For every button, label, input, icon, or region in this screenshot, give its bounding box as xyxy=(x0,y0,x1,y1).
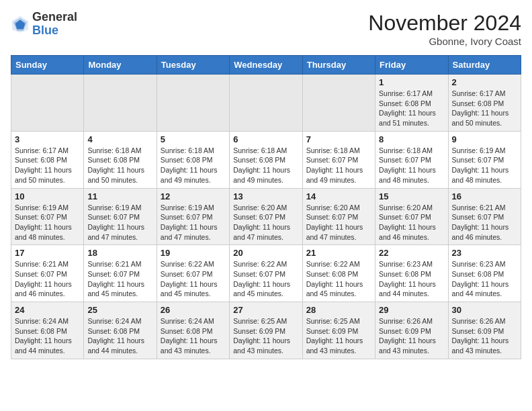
logo-icon xyxy=(11,15,30,34)
day-number: 13 xyxy=(233,191,298,201)
day-number: 17 xyxy=(15,248,80,258)
calendar-cell: 18Sunrise: 6:21 AMSunset: 6:07 PMDayligh… xyxy=(84,245,157,302)
day-info: Sunrise: 6:20 AMSunset: 6:07 PMDaylight:… xyxy=(306,203,371,242)
day-number: 30 xyxy=(452,305,517,315)
calendar-table: SundayMondayTuesdayWednesdayThursdayFrid… xyxy=(11,55,521,359)
day-info: Sunrise: 6:20 AMSunset: 6:07 PMDaylight:… xyxy=(379,203,444,242)
day-info: Sunrise: 6:18 AMSunset: 6:08 PMDaylight:… xyxy=(233,146,298,185)
day-number: 5 xyxy=(161,134,226,144)
day-number: 9 xyxy=(452,134,517,144)
day-number: 15 xyxy=(379,191,444,201)
calendar-cell: 19Sunrise: 6:22 AMSunset: 6:07 PMDayligh… xyxy=(157,245,229,302)
calendar-cell: 20Sunrise: 6:22 AMSunset: 6:07 PMDayligh… xyxy=(230,245,302,302)
calendar-cell xyxy=(11,75,84,132)
day-number: 21 xyxy=(306,248,371,258)
calendar-cell: 29Sunrise: 6:26 AMSunset: 6:09 PMDayligh… xyxy=(375,302,448,359)
calendar-cell: 12Sunrise: 6:19 AMSunset: 6:07 PMDayligh… xyxy=(157,188,229,245)
day-number: 10 xyxy=(15,191,80,201)
weekday-header-wednesday: Wednesday xyxy=(230,56,302,75)
day-number: 26 xyxy=(161,305,226,315)
calendar-cell: 16Sunrise: 6:21 AMSunset: 6:07 PMDayligh… xyxy=(448,188,521,245)
day-number: 27 xyxy=(233,305,298,315)
weekday-header-monday: Monday xyxy=(84,56,157,75)
calendar-cell: 7Sunrise: 6:18 AMSunset: 6:07 PMDaylight… xyxy=(302,131,375,188)
day-info: Sunrise: 6:21 AMSunset: 6:07 PMDaylight:… xyxy=(87,259,152,299)
calendar-cell: 21Sunrise: 6:22 AMSunset: 6:08 PMDayligh… xyxy=(302,245,375,302)
calendar-cell: 1Sunrise: 6:17 AMSunset: 6:08 PMDaylight… xyxy=(375,75,448,132)
calendar-cell: 11Sunrise: 6:19 AMSunset: 6:07 PMDayligh… xyxy=(84,188,157,245)
day-number: 4 xyxy=(87,134,152,144)
month-year-title: November 2024 xyxy=(368,11,521,36)
calendar-cell: 26Sunrise: 6:24 AMSunset: 6:08 PMDayligh… xyxy=(157,302,229,359)
day-info: Sunrise: 6:17 AMSunset: 6:08 PMDaylight:… xyxy=(452,89,517,128)
calendar-cell: 15Sunrise: 6:20 AMSunset: 6:07 PMDayligh… xyxy=(375,188,448,245)
day-number: 14 xyxy=(306,191,371,201)
day-number: 7 xyxy=(306,134,371,144)
day-info: Sunrise: 6:26 AMSunset: 6:09 PMDaylight:… xyxy=(452,316,517,356)
day-number: 23 xyxy=(452,248,517,258)
day-info: Sunrise: 6:17 AMSunset: 6:08 PMDaylight:… xyxy=(379,89,444,128)
day-number: 16 xyxy=(452,191,517,201)
day-info: Sunrise: 6:25 AMSunset: 6:09 PMDaylight:… xyxy=(306,316,371,356)
day-info: Sunrise: 6:23 AMSunset: 6:08 PMDaylight:… xyxy=(452,259,517,299)
day-info: Sunrise: 6:19 AMSunset: 6:07 PMDaylight:… xyxy=(161,203,226,242)
weekday-header-thursday: Thursday xyxy=(302,56,375,75)
day-info: Sunrise: 6:21 AMSunset: 6:07 PMDaylight:… xyxy=(15,259,80,299)
weekday-header-saturday: Saturday xyxy=(448,56,521,75)
weekday-header-friday: Friday xyxy=(375,56,448,75)
day-info: Sunrise: 6:21 AMSunset: 6:07 PMDaylight:… xyxy=(452,203,517,242)
day-number: 8 xyxy=(379,134,444,144)
calendar-cell xyxy=(302,75,375,132)
day-info: Sunrise: 6:26 AMSunset: 6:09 PMDaylight:… xyxy=(379,316,444,356)
day-number: 19 xyxy=(161,248,226,258)
day-info: Sunrise: 6:24 AMSunset: 6:08 PMDaylight:… xyxy=(87,316,152,356)
calendar-cell: 27Sunrise: 6:25 AMSunset: 6:09 PMDayligh… xyxy=(230,302,302,359)
day-info: Sunrise: 6:19 AMSunset: 6:07 PMDaylight:… xyxy=(15,203,80,242)
day-number: 3 xyxy=(15,134,80,144)
day-info: Sunrise: 6:22 AMSunset: 6:07 PMDaylight:… xyxy=(233,259,298,299)
calendar-cell: 5Sunrise: 6:18 AMSunset: 6:08 PMDaylight… xyxy=(157,131,229,188)
day-number: 28 xyxy=(306,305,371,315)
day-number: 2 xyxy=(452,77,517,87)
location-subtitle: Gbonne, Ivory Coast xyxy=(368,36,521,47)
day-info: Sunrise: 6:24 AMSunset: 6:08 PMDaylight:… xyxy=(161,316,226,356)
day-info: Sunrise: 6:18 AMSunset: 6:07 PMDaylight:… xyxy=(379,146,444,185)
calendar-cell: 24Sunrise: 6:24 AMSunset: 6:08 PMDayligh… xyxy=(11,302,84,359)
calendar-cell: 10Sunrise: 6:19 AMSunset: 6:07 PMDayligh… xyxy=(11,188,84,245)
day-info: Sunrise: 6:17 AMSunset: 6:08 PMDaylight:… xyxy=(15,146,80,185)
day-info: Sunrise: 6:18 AMSunset: 6:08 PMDaylight:… xyxy=(87,146,152,185)
day-number: 20 xyxy=(233,248,298,258)
day-info: Sunrise: 6:19 AMSunset: 6:07 PMDaylight:… xyxy=(452,146,517,185)
calendar-cell: 17Sunrise: 6:21 AMSunset: 6:07 PMDayligh… xyxy=(11,245,84,302)
day-info: Sunrise: 6:18 AMSunset: 6:08 PMDaylight:… xyxy=(161,146,226,185)
calendar-cell: 6Sunrise: 6:18 AMSunset: 6:08 PMDaylight… xyxy=(230,131,302,188)
day-number: 11 xyxy=(87,191,152,201)
weekday-header-tuesday: Tuesday xyxy=(157,56,229,75)
calendar-cell: 30Sunrise: 6:26 AMSunset: 6:09 PMDayligh… xyxy=(448,302,521,359)
calendar-cell xyxy=(230,75,302,132)
calendar-cell: 25Sunrise: 6:24 AMSunset: 6:08 PMDayligh… xyxy=(84,302,157,359)
day-info: Sunrise: 6:20 AMSunset: 6:07 PMDaylight:… xyxy=(233,203,298,242)
day-number: 18 xyxy=(87,248,152,258)
calendar-cell: 8Sunrise: 6:18 AMSunset: 6:07 PMDaylight… xyxy=(375,131,448,188)
calendar-cell: 14Sunrise: 6:20 AMSunset: 6:07 PMDayligh… xyxy=(302,188,375,245)
calendar-cell: 2Sunrise: 6:17 AMSunset: 6:08 PMDaylight… xyxy=(448,75,521,132)
weekday-header-sunday: Sunday xyxy=(11,56,84,75)
day-info: Sunrise: 6:19 AMSunset: 6:07 PMDaylight:… xyxy=(87,203,152,242)
title-block: November 2024 Gbonne, Ivory Coast xyxy=(368,11,521,47)
day-number: 12 xyxy=(161,191,226,201)
calendar-cell xyxy=(84,75,157,132)
calendar-cell: 28Sunrise: 6:25 AMSunset: 6:09 PMDayligh… xyxy=(302,302,375,359)
day-number: 6 xyxy=(233,134,298,144)
calendar-week-row: 1Sunrise: 6:17 AMSunset: 6:08 PMDaylight… xyxy=(11,75,521,132)
calendar-week-row: 17Sunrise: 6:21 AMSunset: 6:07 PMDayligh… xyxy=(11,245,521,302)
day-number: 25 xyxy=(87,305,152,315)
logo-text: General Blue xyxy=(32,11,77,38)
calendar-cell: 4Sunrise: 6:18 AMSunset: 6:08 PMDaylight… xyxy=(84,131,157,188)
day-info: Sunrise: 6:23 AMSunset: 6:08 PMDaylight:… xyxy=(379,259,444,299)
calendar-cell: 23Sunrise: 6:23 AMSunset: 6:08 PMDayligh… xyxy=(448,245,521,302)
calendar-week-row: 10Sunrise: 6:19 AMSunset: 6:07 PMDayligh… xyxy=(11,188,521,245)
calendar-cell xyxy=(157,75,229,132)
day-number: 24 xyxy=(15,305,80,315)
day-info: Sunrise: 6:25 AMSunset: 6:09 PMDaylight:… xyxy=(233,316,298,356)
